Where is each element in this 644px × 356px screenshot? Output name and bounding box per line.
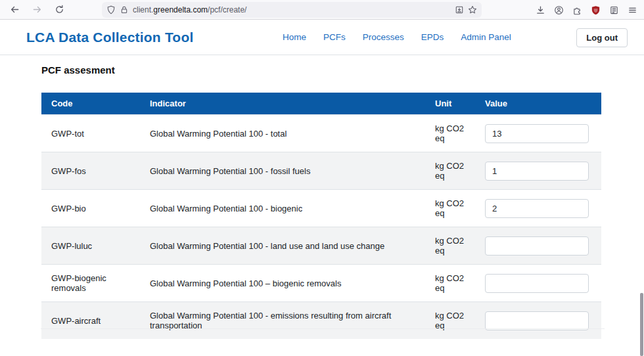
indicator-cell: Global Warming Potential 100 - biogenic [140,190,425,227]
url-path: /pcf/create/ [208,5,246,14]
ublock-shield-icon[interactable] [591,5,601,15]
nav-item-processes[interactable]: Processes [363,32,404,42]
value-input[interactable] [485,124,589,143]
account-icon[interactable] [554,5,564,15]
value-input[interactable] [485,236,589,256]
table-row: GWP-bio Global Warming Potential 100 - b… [41,190,601,227]
nav-item-epds[interactable]: EPDs [421,32,444,42]
value-input[interactable] [485,311,589,330]
footer-divider [41,328,605,329]
indicator-cell: Global Warming Potential 100 - total [140,115,425,152]
table-row: GWP-fos Global Warming Potential 100 - f… [41,152,601,190]
reload-icon [55,5,64,14]
url-domain: greendelta.com [153,5,208,14]
code-cell: GWP-tot [41,115,140,152]
back-icon [10,5,20,14]
app-title[interactable]: LCA Data Collection Tool [26,30,193,45]
table-row: GWP-aircraft Global Warming Potential 10… [41,302,601,340]
scrollbar-thumb[interactable] [640,293,643,356]
logout-button[interactable]: Log out [576,28,628,47]
code-cell: GWP-aircraft [41,302,140,340]
nav-item-admin-panel[interactable]: Admin Panel [461,32,511,42]
value-cell [475,115,601,152]
download-icon[interactable] [536,5,545,15]
unit-cell: kg CO2 eq [425,265,475,302]
url-prefix: client. [133,5,153,14]
indicator-cell: Global Warming Potential 100 - land use … [140,227,425,265]
value-cell [475,152,601,190]
unit-cell: kg CO2 eq [425,190,475,227]
unit-cell: kg CO2 eq [425,302,475,340]
menu-icon[interactable] [628,5,637,15]
code-cell: GWP-biogenic removals [41,265,140,302]
indicator-cell: Global Warming Potential 100 - fossil fu… [140,152,425,190]
back-button[interactable] [5,2,24,18]
table-row: GWP-tot Global Warming Potential 100 - t… [41,115,601,152]
table-row: GWP-luluc Global Warming Potential 100 -… [41,227,601,265]
main-nav: Home PCFs Processes EPDs Admin Panel [283,32,511,42]
table-row: GWP-biogenic removals Global Warming Pot… [41,265,601,302]
shield-permissions-icon[interactable] [106,5,116,14]
value-cell [475,190,601,227]
table-body: GWP-tot Global Warming Potential 100 - t… [41,115,601,340]
page-title: PCF assesment [41,64,601,76]
column-header-unit: Unit [425,93,475,115]
site-header: LCA Data Collection Tool Home PCFs Proce… [0,20,644,55]
code-cell: GWP-bio [41,190,140,227]
unit-cell: kg CO2 eq [425,227,475,265]
reload-button[interactable] [50,2,68,18]
value-cell [475,302,601,340]
browser-toolbar: client.greendelta.com/pcf/create/ [0,0,644,20]
column-header-value: Value [475,93,601,115]
sidebar-document-icon[interactable] [609,5,619,15]
value-cell [475,227,601,265]
column-header-indicator: Indicator [140,93,425,115]
extensions-icon[interactable] [572,5,582,15]
url-text: client.greendelta.com/pcf/create/ [133,5,246,14]
indicator-cell: Global Warming Potential 100 – biogenic … [140,265,425,302]
code-cell: GWP-fos [41,152,140,190]
url-bar[interactable]: client.greendelta.com/pcf/create/ [102,2,482,18]
code-cell: GWP-luluc [41,227,140,265]
forward-icon [32,5,42,14]
nav-item-pcfs[interactable]: PCFs [323,32,346,42]
save-page-icon[interactable] [455,5,464,14]
value-input[interactable] [485,274,589,293]
value-cell [475,265,601,302]
bookmark-star-icon[interactable] [468,5,477,14]
unit-cell: kg CO2 eq [425,115,475,152]
nav-item-home[interactable]: Home [283,32,306,42]
column-header-code: Code [41,93,140,115]
indicator-cell: Global Warming Potential 100 - emissions… [140,302,425,340]
unit-cell: kg CO2 eq [425,152,475,190]
pcf-table: Code Indicator Unit Value GWP-tot Global… [41,93,601,339]
value-input[interactable] [485,162,589,181]
value-input[interactable] [485,199,589,218]
lock-icon[interactable] [120,5,129,14]
forward-button[interactable] [28,2,46,18]
table-header-row: Code Indicator Unit Value [41,93,601,115]
page-content: PCF assesment Code Indicator Unit Value … [0,64,644,339]
